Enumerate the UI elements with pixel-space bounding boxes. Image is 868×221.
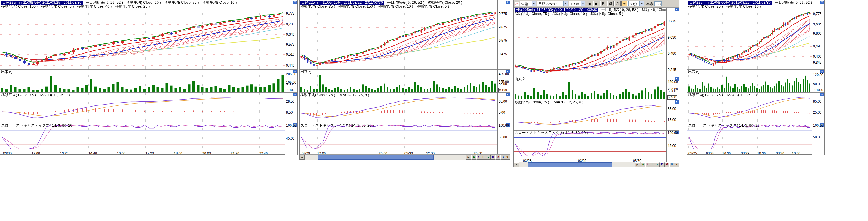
- bars-count-input[interactable]: 50: [654, 1, 662, 6]
- indicator-label: 移動平均( Close, 20 ): [642, 8, 666, 12]
- stochastics-pane-label: スロー・ストキャスティクス( 14, 3, 80, 20 ): [688, 123, 762, 127]
- scrollbar-track[interactable]: [305, 155, 466, 160]
- stochastics-axis-tick: 50.00: [813, 135, 822, 139]
- time-axis-label: 03/30: [3, 151, 11, 155]
- axis-scroll-down-button[interactable]: ▼: [675, 100, 679, 104]
- stochastics-axis-tick: 100.00: [499, 124, 509, 127]
- tool-up-button[interactable]: ▲: [655, 162, 660, 167]
- time-axis-label: 16:30: [757, 151, 766, 155]
- scrollbar-thumb[interactable]: [528, 162, 612, 167]
- pane-divider: [285, 123, 297, 123]
- bars-count-label: 本数: [646, 1, 654, 6]
- price-axis-tick: 9,705: [286, 23, 294, 26]
- scroll-right-button[interactable]: ▶: [466, 155, 471, 160]
- macd-axis-tick: 15.00: [668, 118, 676, 122]
- horizontal-scrollbar[interactable]: ◀▶AtL▲DRB▼: [514, 162, 679, 167]
- price-axis-tick: 9,345: [813, 61, 822, 64]
- chart-area: 日経225mini 11/06( 30分) 2011/03/22 - 2011/…: [514, 8, 679, 162]
- time-axis-label: 16:30: [722, 151, 731, 155]
- stochastics-pane-label: スロー・ストキャスティクス( 14, 3, 80, 20 ): [301, 123, 374, 127]
- macd-axis-tick: 5.00: [499, 111, 505, 114]
- horizontal-scrollbar[interactable]: ◀▶AtL▲DRB▼: [300, 155, 510, 160]
- contract-month-select[interactable]: 11/06▼: [569, 1, 585, 6]
- tool-d-button[interactable]: D: [491, 155, 495, 160]
- stochastics-axis-tick: 50.00: [499, 135, 507, 139]
- indicator-label: 移動平均( Close, 10 ): [553, 12, 587, 16]
- axis-scroll-down-button[interactable]: ▼: [675, 8, 679, 11]
- dropdown-arrow-icon: ▼: [531, 1, 536, 6]
- market-select-value: 先物: [521, 1, 528, 6]
- indicator-label: 移動平均( Close, 20 ): [126, 1, 161, 4]
- pane-divider: [285, 69, 297, 70]
- price-volume-macd-stoch-canvas[interactable]: [0, 0, 285, 151]
- symbol-select[interactable]: 日経225mini▼: [537, 1, 568, 6]
- tool-r-button[interactable]: R: [495, 155, 500, 160]
- axis-scroll-down-button[interactable]: ▼: [293, 1, 297, 4]
- volume-axis-tick: 55.00: [499, 82, 507, 86]
- tool-l-button[interactable]: L: [481, 155, 486, 160]
- tool-down-button[interactable]: ▼: [674, 162, 679, 167]
- axis-scroll-down-button[interactable]: ▼: [820, 1, 824, 4]
- tool-b-button[interactable]: B: [669, 162, 674, 167]
- price-volume-macd-stoch-canvas[interactable]: [687, 0, 812, 151]
- stochastics-axis-tick: 45.00: [668, 144, 676, 148]
- price-volume-macd-stoch-canvas[interactable]: [514, 8, 666, 158]
- macd-axis-tick: 65.00: [499, 100, 507, 103]
- time-axis-label: 14:40: [89, 151, 97, 155]
- axis-scroll-down-button[interactable]: ▼: [505, 1, 509, 4]
- tool-down-button[interactable]: ▼: [505, 155, 510, 160]
- tool-up-button[interactable]: ▲: [486, 155, 491, 160]
- indicator-label: 移動平均( Close, 150 ): [1, 4, 38, 8]
- tool-t-button[interactable]: t: [476, 155, 481, 160]
- price-volume-macd-stoch-canvas[interactable]: [300, 0, 497, 151]
- next-period-button[interactable]: ▶: [593, 1, 599, 6]
- price-axis-column: ▼▼▼▼9,7759,6859,6009,4909,4009,345120.00…: [812, 0, 824, 155]
- period-day-button[interactable]: 日: [600, 1, 607, 6]
- chart-legend-line1: 日経225mini 11/06( 60分) 2011/03/22 - 2011/…: [688, 1, 812, 4]
- scrollbar-thumb[interactable]: [318, 155, 434, 160]
- price-axis-tick: 9,490: [668, 52, 676, 55]
- tool-l-button[interactable]: L: [650, 162, 655, 167]
- market-select[interactable]: 先物▼: [520, 1, 536, 6]
- price-axis-tick: 9,640: [286, 33, 294, 36]
- prev-period-button[interactable]: ◀: [586, 1, 592, 6]
- tool-a-button[interactable]: A: [641, 162, 645, 167]
- chart-title: 日経225mini 11/06( 30分) 2011/03/22 - 2011/…: [515, 8, 598, 12]
- macd-axis-tick: 85.00: [813, 100, 822, 103]
- tool-r-button[interactable]: R: [664, 162, 669, 167]
- scroll-left-button[interactable]: ◀: [514, 162, 519, 167]
- volume-axis-tick: 50.00: [813, 82, 822, 86]
- tool-t-button[interactable]: t: [645, 162, 650, 167]
- time-axis-label: 20:00: [203, 151, 211, 155]
- chart-title: 日経225mini 11/06( 60分) 2011/03/22 - 2011/…: [688, 1, 772, 4]
- time-axis-label: 17:20: [146, 151, 154, 155]
- scrollbar-track[interactable]: [519, 162, 635, 167]
- period-minute-button[interactable]: 分: [621, 1, 628, 6]
- tool-d-button[interactable]: D: [660, 162, 664, 167]
- volume-axis-tick: 455.00: [499, 72, 509, 76]
- chart-legend-line1: 日経225mini 11/06( 15分) 2011/03/22 - 2011/…: [301, 1, 497, 4]
- macd-pane-label: 移動平均( Close, 75 )MACD( 12, 26, 9 ): [515, 100, 588, 104]
- price-axis-tick: 9,775: [286, 12, 294, 15]
- chart-window-4: 日経225mini 11/06( 60分) 2011/03/22 - 2011/…: [687, 0, 825, 155]
- axis-scroll-down-button[interactable]: ▼: [505, 93, 509, 96]
- time-axis-label: 13:20: [60, 151, 68, 155]
- axis-scroll-down-button[interactable]: ▼: [293, 93, 297, 96]
- tool-b-button[interactable]: B: [500, 155, 505, 160]
- period-week-button[interactable]: 週: [607, 1, 614, 6]
- interval-select[interactable]: 30分▼: [628, 1, 644, 6]
- indicator-label: 一目均衡表( 9, 26, 52 ): [387, 1, 424, 4]
- trading-chart-workspace: 先物▼ 日経225mini▼ 11/06▼ ◀ ▶ 日 週 月 分 30分▼ 本…: [0, 0, 868, 221]
- volume-pane-label: 出来高: [515, 77, 526, 81]
- period-month-button[interactable]: 月: [614, 1, 621, 6]
- indicator-label: 移動平均( Close, 25 ): [115, 4, 150, 8]
- indicator-label: 一目均衡表( 9, 26, 52 ): [775, 1, 812, 4]
- tool-a-button[interactable]: A: [471, 155, 476, 160]
- pane-divider: [498, 69, 510, 70]
- scroll-left-button[interactable]: ◀: [300, 155, 305, 160]
- axis-scroll-down-button[interactable]: ▼: [820, 93, 824, 96]
- scroll-right-button[interactable]: ▶: [635, 162, 640, 167]
- time-axis-label: 03/30: [776, 151, 784, 155]
- indicator-label: 移動平均( Close, 10 ): [203, 1, 237, 4]
- macd-pane-label: 移動平均( Close, 75 )MACD( 12, 26, 9 ): [1, 93, 74, 97]
